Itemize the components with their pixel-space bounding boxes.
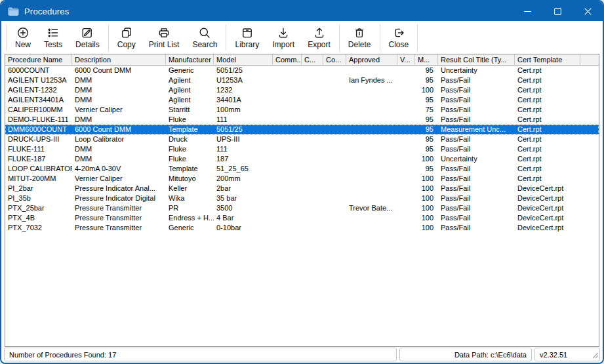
cell: 95 — [415, 115, 438, 125]
cell — [346, 184, 397, 193]
print-list-button[interactable]: Print List — [142, 24, 186, 51]
table-row[interactable]: PI_2barPressure Indicator Anal...Keller2… — [5, 184, 599, 193]
tests-button[interactable]: Tests — [37, 24, 69, 51]
table-row[interactable]: PTX_25barPressure TransmitterPR3500Trevo… — [5, 203, 599, 213]
toolbar-button-label: Import — [272, 40, 294, 49]
copy-icon — [120, 26, 133, 39]
library-button[interactable]: Library — [228, 24, 266, 51]
table-row[interactable]: FLUKE-187DMMFluke187100UncertaintyCert.r… — [5, 154, 599, 164]
column-header-model[interactable]: Model — [214, 54, 273, 66]
minimize-button[interactable] — [512, 1, 542, 21]
table-row[interactable]: DMM6000COUNT6000 Count DMMTemplate5051/2… — [5, 125, 599, 134]
table-row[interactable]: PTX_7032Pressure TransmitterGeneric0-10b… — [5, 223, 599, 233]
close-icon — [392, 26, 405, 39]
cell — [273, 174, 302, 184]
titlebar: Procedures — [1, 1, 603, 21]
cell: DeviceCert.rpt — [515, 203, 580, 213]
cell — [273, 105, 302, 115]
cell-filler — [580, 95, 599, 105]
column-header-comm[interactable]: Comm... — [273, 54, 302, 66]
column-header-cert-template[interactable]: Cert Template — [515, 54, 580, 66]
delete-button[interactable]: Delete — [342, 24, 378, 51]
column-header-manufacturer[interactable]: Manufacturer — [166, 54, 214, 66]
search-icon — [198, 26, 211, 39]
cell: CALIPER100MM — [5, 105, 72, 115]
print-list-icon — [157, 26, 171, 39]
column-header-v[interactable]: V... — [397, 54, 415, 66]
details-button[interactable]: Details — [69, 24, 106, 51]
export-icon — [313, 26, 326, 39]
cell: Pressure Indicator Anal... — [72, 184, 166, 193]
cell — [273, 193, 302, 203]
cell: Pass/Fail — [438, 144, 515, 154]
cell — [397, 154, 415, 164]
cell — [346, 174, 397, 184]
cell — [302, 223, 323, 233]
resize-grip-icon[interactable] — [591, 351, 599, 360]
cell — [273, 95, 302, 105]
cell: Cert.rpt — [515, 164, 580, 174]
table-row[interactable]: 6000COUNT6000 Count DMMGeneric5051/2595U… — [5, 66, 599, 75]
cell: Endress + H... — [166, 213, 214, 223]
cell: Vernier Caliper — [72, 105, 166, 115]
cell: LOOP CALIBRATOR — [5, 164, 72, 174]
cell — [346, 164, 397, 174]
procedures-window: Procedures NewTestsDetailsCopyPrint List… — [0, 0, 604, 364]
close-button[interactable]: Close — [382, 24, 416, 51]
cell: 4 Bar — [214, 213, 273, 223]
cell — [346, 223, 397, 233]
cell: 100 — [415, 223, 438, 233]
toolbar-separator — [226, 24, 226, 51]
table-row[interactable]: AGILENT-1232DMMAgilent1232100Pass/FailCe… — [5, 85, 599, 95]
table-row[interactable]: PI_35bPressure Indicator DigitalWika35 b… — [5, 193, 599, 203]
column-header-description[interactable]: Description — [72, 54, 166, 66]
column-header-procedure-name[interactable]: Procedure Name — [5, 54, 72, 66]
cell — [397, 115, 415, 125]
column-header-result-col-title-ty[interactable]: Result Col Title (Ty... — [438, 54, 515, 66]
column-header-co[interactable]: Co... — [323, 54, 346, 66]
table-row[interactable]: DRUCK-UPS-IIILoop CalibratorDruckUPS-III… — [5, 134, 599, 144]
new-button[interactable]: New — [9, 24, 37, 51]
cell: DeviceCert.rpt — [515, 184, 580, 193]
table-row[interactable]: AGILENT U1253ADMMAgilentU1253AIan Fyndes… — [5, 75, 599, 85]
cell — [323, 174, 346, 184]
cell: Agilent — [166, 95, 214, 105]
toolbar-button-label: Details — [75, 40, 100, 49]
column-header-approved[interactable]: Approved — [346, 54, 397, 66]
table-row[interactable]: AGILENT34401ADMMAgilent34401A95Pass/Fail… — [5, 95, 599, 105]
cell — [323, 184, 346, 193]
cell: DRUCK-UPS-III — [5, 134, 72, 144]
maximize-button[interactable] — [542, 1, 573, 21]
cell — [323, 85, 346, 95]
cell — [323, 134, 346, 144]
table-row[interactable]: CALIPER100MMVernier CaliperStarritt100mm… — [5, 105, 599, 115]
table-row[interactable]: PTX_4BPressure TransmitterEndress + H...… — [5, 213, 599, 223]
cell: DMM — [72, 95, 166, 105]
table-row[interactable]: DEMO-FLUKE-111DMMFluke11195Pass/FailCert… — [5, 115, 599, 125]
cell — [397, 144, 415, 154]
cell: Pass/Fail — [438, 95, 515, 105]
table-row[interactable]: LOOP CALIBRATOR4-20mA 0-30VTemplate51_25… — [5, 164, 599, 174]
cell: 3500 — [214, 203, 273, 213]
search-button[interactable]: Search — [186, 24, 224, 51]
cell: Pressure Transmitter — [72, 203, 166, 213]
import-button[interactable]: Import — [266, 24, 301, 51]
table-row[interactable]: MITUT-200MMVernier CaliperMitutoyo200mm1… — [5, 174, 599, 184]
cell-filler — [580, 223, 599, 233]
toolbar-button-label: Export — [308, 40, 331, 49]
cell — [397, 125, 415, 134]
cell: Pass/Fail — [438, 164, 515, 174]
cell — [302, 203, 323, 213]
close-window-button[interactable] — [573, 1, 603, 21]
copy-button[interactable]: Copy — [111, 24, 142, 51]
grid-header: Procedure NameDescriptionManufacturerMod… — [5, 54, 599, 66]
cell: 111 — [214, 144, 273, 154]
cell: Template — [166, 164, 214, 174]
cell: Cert.rpt — [515, 75, 580, 85]
column-header-m[interactable]: M... — [415, 54, 438, 66]
column-header-c[interactable]: C... — [302, 54, 323, 66]
cell — [273, 164, 302, 174]
table-row[interactable]: FLUKE-111DMMFluke11195Pass/FailCert.rpt — [5, 144, 599, 154]
export-button[interactable]: Export — [301, 24, 337, 51]
cell: Pass/Fail — [438, 193, 515, 203]
